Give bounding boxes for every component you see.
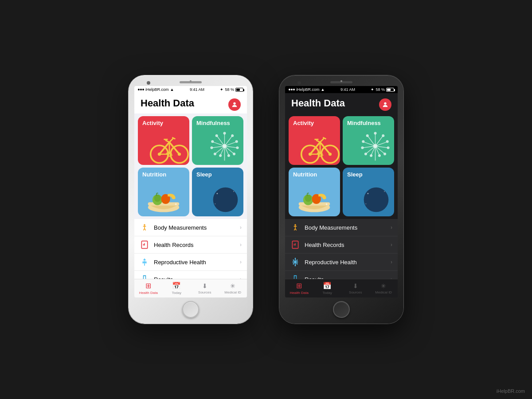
- battery-pct-light: 58 %: [225, 87, 234, 92]
- svg-point-50: [144, 224, 145, 226]
- battery-pct-dark: 58 %: [376, 87, 385, 92]
- reproductive-health-chevron-dark: ›: [391, 259, 392, 265]
- list-item-body-measurements-dark[interactable]: Body Measurements ›: [285, 219, 398, 236]
- battery-icon-light: [235, 88, 243, 92]
- svg-point-87: [384, 153, 386, 155]
- wifi-icon-light: ▲: [170, 87, 174, 92]
- tab-medical-id-dark[interactable]: ✳ Medical ID: [370, 282, 398, 294]
- tab-health-data-dark[interactable]: ⊞ Health Data: [285, 282, 313, 295]
- signal-dot-d3: [293, 89, 295, 90]
- signal-dot-d1: [289, 89, 290, 90]
- tab-sources-label-dark: Sources: [349, 290, 362, 294]
- tile-mindfulness-light[interactable]: Mindfulness: [192, 116, 243, 165]
- tile-nutrition-light[interactable]: Nutrition: [138, 168, 189, 216]
- list-item-health-records-dark[interactable]: Health Records ›: [285, 236, 398, 254]
- tile-sleep-dark[interactable]: Sleep · · ·: [343, 168, 394, 216]
- svg-point-39: [223, 144, 227, 148]
- tab-health-data-label-dark: Health Data: [290, 291, 309, 295]
- home-button-light[interactable]: [182, 301, 199, 318]
- status-left-light: iHelpBR.com ▲: [138, 87, 174, 92]
- screen-light: iHelpBR.com ▲ 9:41 AM ✦ 58 % Health Data: [134, 86, 247, 297]
- svg-point-100: [373, 144, 377, 148]
- list-item-reproductive-health-light[interactable]: Reproductive Health ›: [134, 254, 247, 271]
- tab-health-data-light[interactable]: ⊞ Health Data: [134, 282, 163, 295]
- tab-sources-light[interactable]: ⬇ Sources: [191, 282, 219, 294]
- svg-point-38: [228, 155, 230, 157]
- tab-today-dark[interactable]: 📅 Today: [313, 282, 342, 295]
- svg-point-46: [213, 188, 238, 212]
- results-text-light: Results: [154, 276, 240, 279]
- body-measurements-chevron-dark: ›: [391, 224, 392, 231]
- tile-nutrition-dark[interactable]: Nutrition +: [289, 168, 340, 216]
- list-item-results-light[interactable]: Results ›: [134, 271, 247, 279]
- profile-icon-dark[interactable]: [379, 98, 391, 111]
- bluetooth-icon-dark: ✦: [371, 87, 374, 92]
- tile-sleep-light[interactable]: Sleep · · ·: [192, 168, 243, 216]
- phone-top-light: [130, 77, 251, 86]
- tile-sleep-label-dark: Sleep: [347, 171, 390, 178]
- signal-dot-1: [138, 89, 140, 90]
- list-item-health-records-light[interactable]: Health Records ›: [134, 236, 247, 254]
- svg-line-9: [169, 138, 173, 142]
- time-light: 9:41 AM: [190, 87, 204, 92]
- tab-sources-dark[interactable]: ⬇ Sources: [341, 282, 370, 294]
- svg-point-18: [223, 132, 226, 134]
- svg-point-32: [211, 147, 213, 149]
- reproductive-health-icon-light: [140, 257, 149, 267]
- signal-dot-d2: [291, 89, 293, 90]
- sleep-circle-dark: [362, 185, 391, 214]
- time-dark: 9:41 AM: [340, 87, 355, 92]
- svg-point-79: [374, 132, 376, 134]
- battery-fill-light: [236, 89, 240, 91]
- svg-line-72: [316, 140, 320, 142]
- profile-icon-light[interactable]: [228, 98, 241, 111]
- tile-activity-dark[interactable]: Activity: [289, 116, 340, 165]
- svg-point-20: [231, 135, 234, 137]
- tile-mindfulness-label-light: Mindfulness: [196, 120, 239, 126]
- tab-medical-id-light[interactable]: ✳ Medical ID: [219, 282, 247, 294]
- svg-point-99: [379, 155, 381, 157]
- svg-point-61: [384, 102, 386, 105]
- phone-dark: iHelpBR.com ▲ 9:41 AM ✦ 58 % Health Data: [279, 75, 403, 324]
- status-right-dark: ✦ 58 %: [371, 87, 394, 92]
- tiles-grid-dark: Activity: [285, 113, 398, 219]
- svg-point-26: [233, 153, 235, 155]
- phone-light: iHelpBR.com ▲ 9:41 AM ✦ 58 % Health Data: [129, 75, 253, 324]
- svg-point-108: [368, 193, 369, 194]
- app-title-dark: Health Data: [291, 98, 345, 108]
- tab-sources-icon-dark: ⬇: [353, 282, 358, 289]
- svg-point-48: [233, 191, 234, 192]
- signal-dot-2: [140, 89, 142, 90]
- tiles-grid-light: Activity: [134, 113, 247, 219]
- list-item-reproductive-health-dark[interactable]: Reproductive Health ›: [285, 254, 398, 271]
- tab-today-light[interactable]: 📅 Today: [163, 282, 191, 295]
- health-records-icon-light: [140, 240, 149, 250]
- svg-point-126: [297, 263, 298, 265]
- svg-point-95: [365, 153, 367, 155]
- svg-point-0: [233, 102, 235, 105]
- svg-point-49: [215, 203, 215, 204]
- tab-health-data-icon-light: ⊞: [145, 282, 151, 290]
- list-item-results-dark[interactable]: Results ›: [285, 271, 398, 279]
- bicycle-icon-light: [149, 129, 189, 165]
- results-icon-dark: [290, 274, 300, 279]
- tab-sources-icon-light: ⬇: [202, 282, 207, 289]
- tile-sleep-label-light: Sleep: [196, 171, 239, 178]
- tab-sources-label-light: Sources: [198, 290, 211, 294]
- tile-mindfulness-dark[interactable]: Mindfulness: [343, 116, 394, 165]
- dandelion-icon-light: [208, 129, 241, 163]
- svg-point-34: [214, 153, 216, 155]
- svg-line-54: [145, 229, 146, 231]
- wifi-icon-dark: ▲: [321, 87, 325, 92]
- svg-point-109: [384, 191, 385, 192]
- svg-point-104: [305, 195, 312, 202]
- reproductive-health-text-dark: Reproductive Health: [305, 259, 391, 266]
- carrier-dark: iHelpBR.com: [296, 87, 320, 92]
- camera-dark: [297, 81, 301, 85]
- screen-dark: iHelpBR.com ▲ 9:41 AM ✦ 58 % Health Data: [285, 86, 398, 297]
- list-item-body-measurements-light[interactable]: Body Measurements ›: [134, 219, 247, 236]
- svg-point-36: [219, 155, 222, 157]
- tab-bar-light: ⊞ Health Data 📅 Today ⬇ Sources ✳ Medica…: [134, 279, 247, 297]
- tile-activity-light[interactable]: Activity: [138, 116, 189, 165]
- home-button-dark[interactable]: [333, 301, 350, 318]
